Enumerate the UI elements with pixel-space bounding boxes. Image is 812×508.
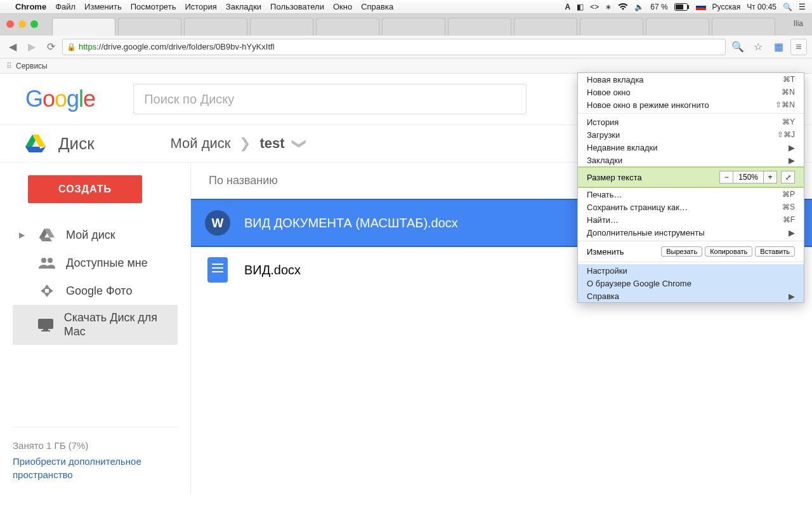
indicator-icon[interactable]: ◧ — [577, 3, 584, 11]
menu-bookmarks[interactable]: Закладки▶ — [578, 154, 804, 166]
sidebar-item-label: Мой диск — [66, 229, 115, 242]
spotlight-icon[interactable]: 🔍 — [783, 3, 792, 11]
copy-button[interactable]: Копировать — [705, 246, 752, 257]
file-name: ВИД.docx — [244, 263, 301, 277]
sidebar-item-photos[interactable]: Google Фото — [13, 277, 178, 305]
menu-edit[interactable]: Изменить — [84, 2, 122, 11]
chevron-right-icon: ❯ — [239, 135, 251, 152]
menu-help[interactable]: Справка▶ — [578, 290, 804, 302]
people-icon — [38, 255, 56, 271]
menu-window[interactable]: Окно — [333, 2, 352, 11]
breadcrumb-current[interactable]: test — [259, 135, 284, 152]
macos-menubar: Chrome Файл Изменить Посмотреть История … — [0, 0, 812, 14]
expand-arrow-icon[interactable]: ▶ — [19, 231, 28, 239]
browser-tab[interactable] — [316, 18, 379, 36]
search-input[interactable]: Поиск по Диску — [133, 84, 527, 114]
menu-save-as[interactable]: Сохранить страницу как…⌘S — [578, 201, 804, 213]
browser-tab[interactable] — [448, 18, 511, 36]
sidebar-item-shared[interactable]: Доступные мне — [13, 249, 178, 277]
sidebar: СОЗДАТЬ ▶ Мой диск Доступные мне Google … — [0, 163, 190, 494]
storage-info: Занято 1 ГБ (7%) Приобрести дополнительн… — [13, 427, 178, 481]
flag-russia-icon[interactable] — [696, 3, 706, 10]
menu-separator — [578, 262, 804, 262]
menu-new-tab[interactable]: Новая вкладка⌘T — [578, 73, 804, 86]
lock-icon: 🔒 — [67, 43, 76, 51]
tab-strip: Ilia — [0, 14, 812, 36]
svg-point-11 — [48, 258, 53, 263]
menu-incognito[interactable]: Новое окно в режиме инкогнито⇧⌘N — [578, 98, 804, 111]
breadcrumb-root[interactable]: Мой диск — [171, 135, 231, 152]
browser-tab[interactable] — [382, 18, 445, 36]
app-menu[interactable]: Chrome — [15, 2, 46, 11]
google-logo[interactable]: Google — [25, 86, 95, 112]
sidebar-item-mydrive[interactable]: ▶ Мой диск — [13, 221, 178, 249]
bluetooth-icon[interactable]: ∗ — [605, 3, 612, 11]
menu-help[interactable]: Справка — [361, 2, 393, 11]
browser-tab[interactable] — [712, 18, 775, 36]
menu-file[interactable]: Файл — [55, 2, 75, 11]
drive-title: Диск — [58, 134, 95, 154]
bookmarks-bar: ⠿ Сервисы — [0, 58, 812, 74]
reload-button[interactable]: ⟳ — [43, 39, 58, 55]
browser-tab-active[interactable] — [52, 18, 115, 36]
browser-tab[interactable] — [580, 18, 643, 36]
browser-tab[interactable] — [646, 18, 709, 36]
forward-button[interactable]: ▶ — [24, 39, 39, 55]
menu-history[interactable]: История — [185, 2, 216, 11]
menu-print[interactable]: Печать…⌘P — [578, 188, 804, 201]
adobe-icon[interactable]: A — [565, 3, 571, 11]
sidebar-item-label: Google Фото — [66, 284, 132, 298]
menu-settings[interactable]: Настройки — [578, 264, 804, 277]
menu-new-window[interactable]: Новое окно⌘N — [578, 86, 804, 98]
bookmarks-services[interactable]: Сервисы — [16, 62, 48, 70]
input-language[interactable]: Русская — [712, 3, 741, 11]
minimize-window-button[interactable] — [18, 20, 26, 28]
browser-tab[interactable] — [184, 18, 247, 36]
sidebar-item-label: Доступные мне — [66, 257, 148, 270]
battery-icon[interactable] — [674, 3, 690, 11]
chevron-down-icon[interactable]: ❯ — [291, 138, 308, 149]
zoom-indicator-icon[interactable]: 🔍 — [730, 39, 746, 55]
cut-button[interactable]: Вырезать — [661, 246, 702, 257]
clock[interactable]: Чт 00:45 — [747, 3, 776, 11]
zoom-in-button[interactable]: + — [763, 171, 777, 184]
menu-find[interactable]: Найти…⌘F — [578, 213, 804, 226]
notification-center-icon[interactable]: ☰ — [799, 3, 806, 11]
menu-history[interactable]: История⌘Y — [578, 116, 804, 128]
menu-downloads[interactable]: Загрузки⇧⌘J — [578, 128, 804, 141]
desktop-icon — [37, 318, 54, 333]
menu-recent-tabs[interactable]: Недавние вкладки▶ — [578, 141, 804, 154]
profile-label[interactable]: Ilia — [794, 19, 803, 28]
chrome-menu-button[interactable]: ≡ — [790, 39, 807, 55]
fullscreen-button[interactable]: ⤢ — [781, 171, 795, 184]
paste-button[interactable]: Вставить — [755, 246, 795, 257]
address-bar[interactable]: 🔒 https://drive.google.com/drive/folders… — [62, 39, 726, 55]
sidebar-item-download[interactable]: Скачать Диск для Mac — [13, 305, 178, 345]
svg-rect-1 — [688, 5, 689, 9]
volume-icon[interactable]: 🔈 — [634, 3, 644, 11]
menu-more-tools[interactable]: Дополнительные инструменты▶ — [578, 226, 804, 239]
browser-tab[interactable] — [118, 18, 181, 36]
wifi-icon[interactable] — [618, 3, 628, 11]
code-icon[interactable]: <> — [590, 3, 599, 11]
star-icon[interactable]: ☆ — [750, 39, 766, 55]
back-button[interactable]: ◀ — [5, 39, 20, 55]
zoom-window-button[interactable] — [30, 20, 38, 28]
storage-upgrade-link[interactable]: Приобрести дополнительное пространство — [13, 455, 178, 481]
extension-icon[interactable]: ▦ — [770, 39, 787, 55]
close-window-button[interactable] — [6, 20, 14, 28]
chrome-dropdown-menu: Новая вкладка⌘T Новое окно⌘N Новое окно … — [577, 72, 804, 303]
svg-rect-12 — [38, 319, 53, 329]
create-button[interactable]: СОЗДАТЬ — [28, 175, 142, 203]
browser-tab[interactable] — [250, 18, 313, 36]
browser-tab[interactable] — [514, 18, 577, 36]
zoom-out-button[interactable]: − — [719, 171, 733, 184]
apps-icon[interactable]: ⠿ — [6, 62, 12, 70]
menu-view[interactable]: Посмотреть — [131, 2, 176, 11]
menu-about-chrome[interactable]: О браузере Google Chrome — [578, 277, 804, 290]
svg-marker-6 — [25, 147, 42, 152]
menu-users[interactable]: Пользователи — [270, 2, 324, 11]
menu-bookmarks[interactable]: Закладки — [226, 2, 261, 11]
window-controls — [6, 20, 38, 28]
battery-percent: 67 % — [650, 3, 667, 11]
